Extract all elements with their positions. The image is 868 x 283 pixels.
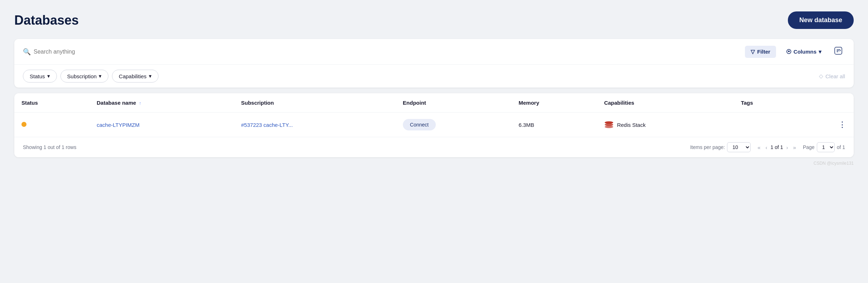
cell-subscription: #537223 cache-LTY...: [234, 113, 396, 137]
toolbar: 🔍 ▽ Filter ⦿ Columns ▾: [14, 39, 854, 65]
search-icon: 🔍: [23, 48, 31, 56]
cell-endpoint: Connect: [396, 113, 512, 137]
databases-table: Status Database name ↑ Subscription Endp…: [14, 93, 854, 137]
page-text: Page: [803, 144, 815, 150]
items-per-page: Items per page: 10 25 50 100: [690, 142, 751, 152]
status-chevron-icon: ▾: [47, 73, 50, 79]
redis-stack-icon: [604, 121, 614, 128]
filter-bar: Status ▾ Subscription ▾ Capabilities ▾ ◇…: [14, 65, 854, 88]
page-select[interactable]: 1: [817, 142, 835, 152]
cell-database-name: cache-LTYPIMZM: [89, 113, 234, 137]
filter-capabilities-button[interactable]: Capabilities ▾: [112, 70, 159, 83]
clear-all-icon: ◇: [819, 73, 823, 79]
next-page-button[interactable]: ›: [785, 144, 790, 151]
pagination-controls: « ‹ 1 of 1 › »: [756, 144, 798, 151]
filter-subscription-button[interactable]: Subscription ▾: [60, 70, 109, 83]
cell-capabilities: Redis Stack: [597, 113, 733, 137]
capabilities-chevron-icon: ▾: [149, 73, 152, 79]
showing-rows-label: Showing 1 out of 1 rows: [23, 144, 76, 150]
export-icon: [834, 47, 842, 55]
columns-button[interactable]: ⦿ Columns ▾: [780, 46, 827, 58]
filter-icon: ▽: [751, 49, 755, 55]
col-capabilities: Capabilities: [597, 93, 733, 113]
chevron-down-icon: ▾: [819, 49, 821, 55]
filter-subscription-label: Subscription: [67, 73, 97, 79]
col-endpoint: Endpoint: [396, 93, 512, 113]
search-input[interactable]: [34, 49, 741, 55]
filter-status-button[interactable]: Status ▾: [23, 70, 57, 83]
filter-capabilities-label: Capabilities: [119, 73, 147, 79]
col-database-name[interactable]: Database name ↑: [89, 93, 234, 113]
status-dot: [21, 122, 26, 127]
toolbar-actions: ▽ Filter ⦿ Columns ▾: [745, 45, 845, 58]
table-footer: Showing 1 out of 1 rows Items per page: …: [14, 137, 854, 157]
subscription-link[interactable]: #537223 cache-LTY...: [241, 122, 293, 128]
clear-all-label: Clear all: [825, 73, 845, 79]
subscription-chevron-icon: ▾: [99, 73, 102, 79]
page-of-label: of 1: [837, 144, 845, 150]
prev-page-button[interactable]: ‹: [764, 144, 769, 151]
col-actions-header: [799, 93, 854, 113]
new-database-button[interactable]: New database: [788, 11, 854, 29]
page-header: Databases New database: [14, 11, 854, 29]
filter-button[interactable]: ▽ Filter: [745, 46, 776, 58]
columns-label: Columns: [794, 49, 816, 55]
svg-point-2: [605, 124, 613, 126]
svg-point-1: [605, 126, 613, 128]
cell-row-actions: ⋮: [799, 113, 854, 137]
first-page-button[interactable]: «: [756, 144, 762, 151]
columns-icon: ⦿: [786, 49, 791, 55]
watermark: CSDN @icysmile131: [14, 161, 854, 166]
sort-asc-icon: ↑: [139, 100, 142, 106]
capabilities-label: Redis Stack: [617, 122, 645, 128]
filter-status-label: Status: [30, 73, 45, 79]
col-tags: Tags: [734, 93, 799, 113]
cell-tags: [734, 113, 799, 137]
search-wrap: 🔍: [23, 48, 741, 56]
cell-status: [14, 113, 89, 137]
cell-memory: 6.3MB: [512, 113, 597, 137]
pagination-right: Items per page: 10 25 50 100 « ‹ 1 of 1 …: [690, 142, 845, 152]
export-button[interactable]: [832, 45, 845, 58]
col-subscription: Subscription: [234, 93, 396, 113]
filter-label: Filter: [757, 49, 770, 55]
per-page-select[interactable]: 10 25 50 100: [727, 142, 751, 152]
table-header-row: Status Database name ↑ Subscription Endp…: [14, 93, 854, 113]
items-per-page-label: Items per page:: [690, 144, 725, 150]
row-actions-menu[interactable]: ⋮: [806, 120, 847, 129]
page-info: 1 of 1: [771, 144, 783, 150]
search-filter-card: 🔍 ▽ Filter ⦿ Columns ▾: [14, 39, 854, 88]
capabilities-cell: Redis Stack: [604, 121, 726, 128]
col-memory: Memory: [512, 93, 597, 113]
last-page-button[interactable]: »: [791, 144, 798, 151]
col-status: Status: [14, 93, 89, 113]
page-title: Databases: [14, 13, 79, 28]
clear-all-button[interactable]: ◇ Clear all: [819, 73, 845, 79]
table-row: cache-LTYPIMZM #537223 cache-LTY... Conn…: [14, 113, 854, 137]
svg-point-3: [605, 121, 613, 124]
database-name-link[interactable]: cache-LTYPIMZM: [97, 122, 140, 128]
databases-table-card: Status Database name ↑ Subscription Endp…: [14, 93, 854, 157]
connect-button[interactable]: Connect: [403, 119, 436, 130]
page-label-group: Page 1 of 1: [803, 142, 845, 152]
